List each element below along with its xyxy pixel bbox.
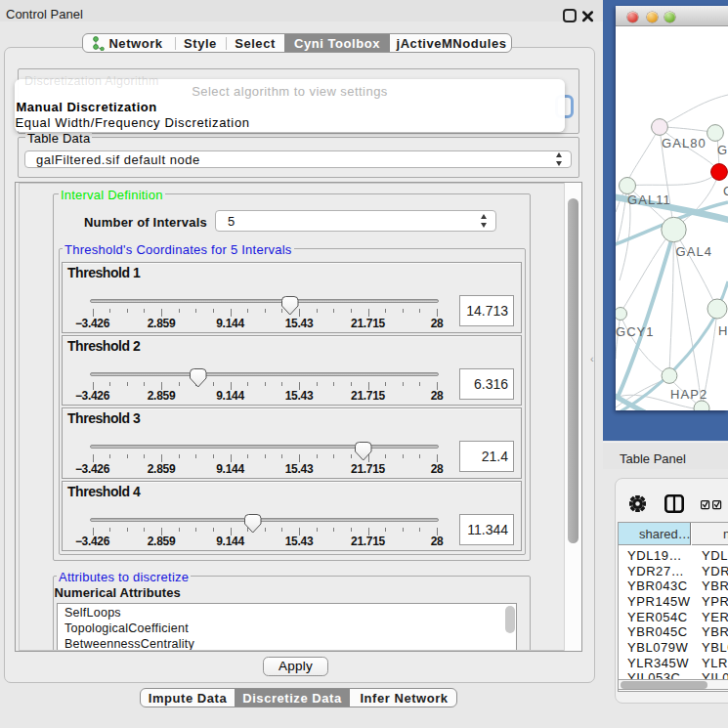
svg-text:GAL11: GAL11 (627, 193, 671, 207)
svg-text:C: C (723, 184, 728, 198)
svg-text:GA: GA (717, 143, 728, 157)
svg-text:H: H (718, 323, 728, 338)
svg-text:GAL4: GAL4 (676, 244, 712, 259)
svg-text:HAP2: HAP2 (670, 387, 707, 402)
svg-text:GCY1: GCY1 (616, 324, 655, 339)
svg-text:GAL80: GAL80 (662, 136, 707, 150)
